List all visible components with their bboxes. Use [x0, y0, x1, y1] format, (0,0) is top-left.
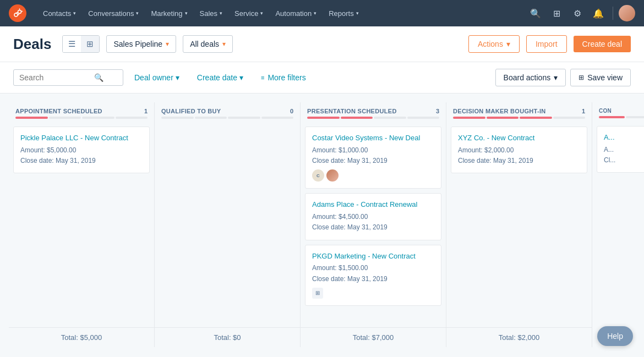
chevron-down-icon: ▾ — [136, 10, 139, 16]
bar-4 — [261, 117, 294, 119]
col-count-appointment: 1 — [144, 108, 148, 114]
deal-card[interactable]: PKGD Marketing - New Contract Amount: $1… — [305, 245, 441, 306]
deal-name: PKGD Marketing - New Contract — [312, 252, 434, 261]
col-cards-presentation: Costar Video Systems - New Deal Amount: … — [301, 127, 446, 327]
bar-2 — [49, 117, 81, 119]
col-footer-qualified: Total: $0 — [155, 327, 300, 347]
col-title-appointment: APPOINTMENT SCHEDULED — [15, 108, 102, 114]
actions-button[interactable]: Actions ▾ — [468, 35, 520, 53]
col-bars-decision — [453, 117, 585, 119]
bar-1 — [161, 117, 194, 119]
nav-sales[interactable]: Sales ▾ — [194, 6, 228, 21]
board-view-button[interactable]: ⊞ — [81, 36, 99, 52]
create-deal-button[interactable]: Create deal — [574, 36, 631, 52]
search-input[interactable] — [19, 73, 91, 82]
deal-name: XYZ Co. - New Contract — [458, 134, 580, 143]
col-header-appointment: APPOINTMENT SCHEDULED 1 — [9, 102, 154, 127]
col-cards-decision: XYZ Co. - New Contract Amount: $2,000.00… — [446, 127, 592, 327]
deal-card-partial[interactable]: A... A... Cl... — [597, 126, 644, 173]
marketplace-icon-button[interactable]: ⊞ — [548, 4, 565, 22]
help-button[interactable]: Help — [597, 326, 633, 346]
hubspot-logo[interactable] — [9, 4, 26, 22]
nav-marketing[interactable]: Marketing ▾ — [145, 6, 193, 21]
deal-close-date: Close date: May 31, 2019 — [312, 274, 434, 284]
nav-conversations[interactable]: Conversations ▾ — [83, 6, 144, 21]
deal-name: Costar Video Systems - New Deal — [312, 134, 434, 143]
deal-name: Pickle Palace LLC - New Contract — [20, 134, 143, 143]
col-title-qualified: QUALIFIED TO BUY — [161, 108, 221, 114]
bar-1 — [599, 116, 625, 118]
deal-card[interactable]: Pickle Palace LLC - New Contract Amount:… — [13, 127, 150, 173]
settings-icon-button[interactable]: ⚙ — [569, 4, 586, 22]
search-box[interactable]: 🔍 — [13, 69, 123, 86]
pipeline-selector[interactable]: Sales Pipeline ▾ — [106, 35, 176, 53]
col-total-appointment: Total: $5,000 — [61, 333, 102, 342]
col-count-qualified: 0 — [290, 108, 293, 114]
bar-2 — [341, 117, 373, 119]
search-icon: 🔍 — [94, 73, 103, 82]
col-header-partial: CON — [592, 102, 644, 126]
col-bars-partial — [599, 116, 644, 118]
user-avatar[interactable] — [619, 5, 635, 21]
nav-service[interactable]: Service ▾ — [229, 6, 269, 21]
deal-name-partial: A... — [604, 133, 644, 142]
notifications-icon-button[interactable]: 🔔 — [590, 4, 607, 22]
col-count-presentation: 3 — [436, 108, 439, 114]
col-footer-appointment: Total: $5,000 — [9, 327, 154, 347]
deal-close-partial: Cl... — [604, 155, 644, 166]
deals-filter-selector[interactable]: All deals ▾ — [183, 35, 233, 53]
bar-3 — [82, 117, 114, 119]
save-view-icon: ⊞ — [578, 74, 584, 81]
chevron-down-icon: ▾ — [356, 10, 359, 16]
top-navigation: Contacts ▾ Conversations ▾ Marketing ▾ S… — [0, 0, 644, 26]
column-qualified-to-buy: QUALIFIED TO BUY 0 Total: $0 — [155, 102, 301, 347]
bar-3 — [520, 117, 552, 119]
actions-caret-icon: ▾ — [506, 40, 510, 48]
bar-3 — [228, 117, 260, 119]
bar-2 — [626, 116, 645, 118]
filter-bar: 🔍 Deal owner ▾ Create date ▾ ≡ More filt… — [0, 62, 644, 94]
deal-card[interactable]: XYZ Co. - New Contract Amount: $2,000.00… — [451, 127, 587, 173]
column-partial: CON A... A... Cl... — [592, 102, 644, 347]
nav-contacts[interactable]: Contacts ▾ — [37, 6, 81, 21]
company-logo: C — [312, 169, 324, 182]
card-action-icon: ⊞ — [312, 288, 323, 299]
deal-owner-filter[interactable]: Deal owner ▾ — [128, 70, 186, 85]
create-date-caret-icon: ▾ — [239, 73, 243, 82]
bar-4 — [553, 117, 586, 119]
deal-amount: Amount: $2,000.00 — [458, 145, 580, 156]
column-presentation-scheduled: PRESENTATION SCHEDULED 3 Costar Video Sy… — [301, 102, 446, 347]
col-bars-appointment — [15, 117, 148, 119]
deal-close-date: Close date: May 31, 2019 — [458, 156, 580, 166]
bar-4 — [116, 117, 148, 119]
nav-automation[interactable]: Automation ▾ — [270, 6, 322, 21]
deal-close-date: Close date: May 31, 2019 — [20, 156, 143, 166]
list-view-button[interactable]: ☰ — [63, 36, 81, 52]
bar-3 — [374, 117, 406, 119]
deal-card[interactable]: Costar Video Systems - New Deal Amount: … — [305, 127, 441, 189]
col-header-decision: DECISION MAKER BOUGHT-IN 1 — [446, 102, 592, 127]
board-actions-button[interactable]: Board actions ▾ — [495, 69, 566, 86]
deal-close-date: Close date: May 31, 2019 — [312, 156, 434, 166]
bar-2 — [487, 117, 519, 119]
chevron-down-icon: ▾ — [314, 10, 316, 16]
deal-card[interactable]: Adams Place - Contract Renewal Amount: $… — [305, 193, 441, 240]
search-icon-button[interactable]: 🔍 — [527, 4, 544, 22]
page-title: Deals — [13, 36, 51, 53]
bar-1 — [15, 117, 48, 119]
col-footer-presentation: Total: $7,000 — [301, 327, 446, 347]
pipeline-caret-icon: ▾ — [166, 40, 169, 48]
create-date-filter[interactable]: Create date ▾ — [190, 70, 250, 85]
chevron-down-icon: ▾ — [260, 10, 263, 16]
save-view-button[interactable]: ⊞ Save view — [570, 69, 631, 86]
deal-detail-partial: A... — [604, 145, 644, 155]
deal-close-date: Close date: May 31, 2019 — [312, 222, 434, 233]
chevron-down-icon: ▾ — [220, 10, 222, 16]
col-cards-qualified — [155, 127, 300, 327]
more-filters-button[interactable]: ≡ More filters — [254, 70, 313, 85]
col-total-qualified: Total: $0 — [214, 333, 241, 342]
col-bars-presentation — [307, 117, 439, 119]
col-title-presentation: PRESENTATION SCHEDULED — [307, 108, 397, 114]
import-button[interactable]: Import — [526, 35, 567, 53]
nav-reports[interactable]: Reports ▾ — [323, 6, 364, 21]
